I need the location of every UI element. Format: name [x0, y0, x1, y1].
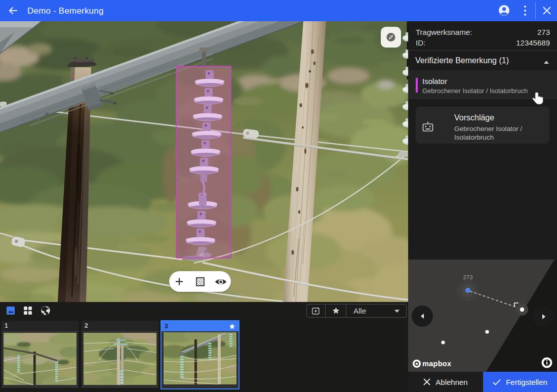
svg-text:273: 273: [463, 274, 472, 280]
svg-text:mapbox: mapbox: [422, 360, 451, 368]
